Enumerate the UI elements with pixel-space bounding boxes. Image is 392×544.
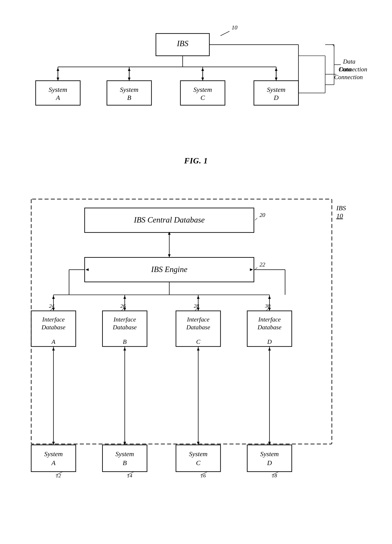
svg-text:System: System [120,86,138,93]
svg-text:System: System [189,450,207,457]
svg-text:IBS: IBS [177,39,188,48]
svg-text:Data: Data [343,58,356,65]
fig2-diagram: IBS 10 IBS Central Database 20 IBS Engin… [18,183,374,540]
svg-text:System: System [267,86,285,93]
svg-text:24: 24 [49,303,54,309]
svg-text:System: System [49,86,67,93]
svg-text:30: 30 [265,303,270,309]
svg-line-1 [220,31,229,36]
svg-text:Database: Database [113,324,137,331]
svg-text:20: 20 [260,212,265,218]
svg-text:B: B [123,459,127,467]
svg-text:10: 10 [336,212,343,219]
svg-marker-27 [275,68,278,71]
svg-text:C: C [196,338,201,345]
fig1-label: FIG. 1 [18,156,374,166]
svg-text:Interface: Interface [42,316,65,323]
svg-text:Data: Data [339,66,351,73]
svg-text:Interface: Interface [187,316,210,323]
svg-text:IBS Engine: IBS Engine [151,265,188,274]
svg-text:D: D [267,338,272,345]
svg-marker-15 [57,68,59,71]
svg-text:IBS Central Database: IBS Central Database [134,215,204,224]
svg-text:12: 12 [56,473,61,479]
svg-text:28: 28 [194,303,199,309]
svg-text:System: System [260,450,279,457]
svg-text:C: C [196,459,201,467]
svg-text:A: A [51,459,56,467]
svg-text:C: C [201,94,205,101]
svg-text:26: 26 [120,303,125,309]
svg-text:Database: Database [41,324,65,331]
svg-text:10: 10 [232,24,238,31]
svg-marker-19 [128,68,131,71]
svg-text:B: B [123,338,127,345]
svg-text:22: 22 [260,261,265,268]
svg-text:Interface: Interface [113,316,136,323]
svg-text:System: System [193,86,212,93]
svg-text:A: A [51,338,55,345]
svg-text:D: D [267,459,272,467]
svg-text:18: 18 [272,473,277,479]
svg-text:IBS: IBS [336,204,346,212]
fig2-wrapper: IBS 10 IBS Central Database 20 IBS Engin… [18,183,374,544]
svg-text:14: 14 [127,473,132,479]
svg-text:16: 16 [201,473,206,479]
svg-text:Connection: Connection [334,74,363,81]
fig1-diagram: 10 IBS Data Connection [18,13,374,143]
svg-marker-23 [201,68,204,71]
svg-text:Database: Database [186,324,210,331]
svg-text:D: D [273,94,279,101]
svg-text:System: System [44,450,63,457]
svg-text:A: A [55,94,60,101]
svg-rect-135 [247,445,292,472]
svg-text:Database: Database [257,324,281,331]
svg-text:System: System [115,450,134,457]
svg-text:B: B [127,94,131,101]
svg-rect-130 [176,445,220,472]
svg-rect-120 [31,445,76,472]
page: 10 IBS Data Connection [0,0,392,544]
svg-rect-125 [103,445,147,472]
svg-text:Interface: Interface [258,316,281,323]
